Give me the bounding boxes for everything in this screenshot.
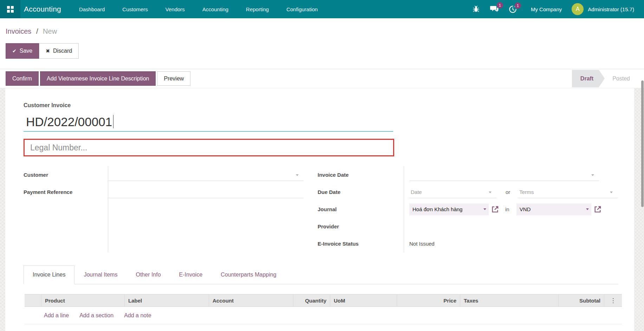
chevron-down-icon[interactable] xyxy=(489,192,492,193)
apps-menu-button[interactable] xyxy=(0,0,20,18)
left-field-group: Customer Payment Reference xyxy=(24,166,304,252)
provider-label: Provider xyxy=(318,223,339,229)
messages-button[interactable]: 1 xyxy=(490,5,499,13)
tab-journal-items[interactable]: Journal Items xyxy=(74,265,126,284)
due-date-placeholder: Date xyxy=(411,189,422,195)
column-quantity: Quantity xyxy=(293,294,330,306)
main-menu: Dashboard Customers Vendors Accounting R… xyxy=(70,0,326,18)
form-sheet: Customer Invoice HD/2022/00001 Customer … xyxy=(5,88,634,331)
payment-terms-input[interactable]: Terms xyxy=(518,186,618,198)
field-area: Customer Payment Reference xyxy=(24,166,618,252)
chevron-down-icon[interactable] xyxy=(296,174,299,176)
activities-badge: 1 xyxy=(515,2,521,9)
menu-reporting[interactable]: Reporting xyxy=(237,0,278,18)
terms-placeholder: Terms xyxy=(519,189,534,195)
add-vietnamese-description-button[interactable]: Add Vietnamese Invoice Line Description xyxy=(40,71,156,86)
debug-menu-button[interactable] xyxy=(472,5,480,13)
add-a-note-link[interactable]: Add a note xyxy=(124,312,151,319)
journal-select[interactable]: Hoá đơn Khách hàng xyxy=(409,203,489,215)
legal-number-input[interactable] xyxy=(25,140,393,155)
check-icon: ✔ xyxy=(12,48,17,54)
apps-grid-icon xyxy=(7,6,14,13)
chevron-down-icon xyxy=(483,208,486,210)
optional-columns-icon[interactable]: ⋮ xyxy=(610,297,616,304)
handle-column-header xyxy=(25,294,41,306)
doc-type-label: Customer Invoice xyxy=(24,102,618,109)
add-a-section-link[interactable]: Add a section xyxy=(79,312,113,319)
breadcrumb: Invoices / New xyxy=(6,27,644,35)
nav-right-cluster: 1 1 My Company A Administrator (15.7) xyxy=(467,0,644,18)
menu-customers[interactable]: Customers xyxy=(113,0,157,18)
payment-reference-label: Payment Reference xyxy=(24,189,72,195)
confirm-button[interactable]: Confirm xyxy=(6,71,39,86)
column-taxes: Taxes xyxy=(460,294,559,306)
legal-number-highlight-box xyxy=(24,139,394,156)
discard-button[interactable]: ✖ Discard xyxy=(39,43,79,59)
due-date-label: Due Date xyxy=(318,189,340,195)
journal-label: Journal xyxy=(318,206,337,212)
or-text: or xyxy=(506,189,510,195)
breadcrumb-separator: / xyxy=(36,27,38,35)
einvoice-status-label: E-Invoice Status xyxy=(318,241,359,247)
table-header-row: Product Label Account Quantity UoM Price… xyxy=(25,294,622,307)
app-title[interactable]: Accounting xyxy=(20,0,70,18)
cross-icon: ✖ xyxy=(46,48,50,54)
menu-accounting[interactable]: Accounting xyxy=(194,0,237,18)
document-number-field[interactable]: HD/2022/00001 xyxy=(24,114,393,132)
avatar: A xyxy=(572,3,584,15)
menu-dashboard[interactable]: Dashboard xyxy=(70,0,113,18)
vertical-scrollbar-thumb[interactable] xyxy=(641,80,644,207)
external-link-icon xyxy=(491,206,499,213)
invoice-date-input[interactable] xyxy=(409,169,599,181)
currency-value: VND xyxy=(520,206,531,212)
journal-external-link-button[interactable] xyxy=(491,206,499,213)
state-pipeline: Draft Posted xyxy=(572,70,644,87)
content-area: Customer Invoice HD/2022/00001 Customer … xyxy=(0,88,644,331)
currency-external-link-button[interactable] xyxy=(594,206,601,213)
column-label: Label xyxy=(125,294,209,306)
header-buttons: ✔ Save ✖ Discard xyxy=(6,43,644,59)
company-switcher[interactable]: My Company xyxy=(531,6,562,12)
menu-configuration[interactable]: Configuration xyxy=(278,0,326,18)
tab-e-invoice[interactable]: E-Invoice xyxy=(170,265,212,284)
right-field-group: Invoice Date Due Date Journal Provider E… xyxy=(318,166,618,252)
invoice-date-label: Invoice Date xyxy=(318,172,349,178)
tab-other-info[interactable]: Other Info xyxy=(126,265,170,284)
chevron-down-icon[interactable] xyxy=(610,192,613,193)
currency-select[interactable]: VND xyxy=(516,203,591,215)
add-a-line-link[interactable]: Add a line xyxy=(44,312,69,319)
activities-button[interactable]: 1 xyxy=(509,5,517,13)
control-panel: Invoices / New ✔ Save ✖ Discard xyxy=(0,18,644,69)
messages-badge: 1 xyxy=(497,2,503,8)
einvoice-status-value: Not Issued xyxy=(409,241,435,247)
column-uom: UoM xyxy=(330,294,397,306)
user-name: Administrator (15.7) xyxy=(588,6,634,12)
state-draft[interactable]: Draft xyxy=(572,70,605,87)
text-cursor xyxy=(113,115,113,128)
breadcrumb-invoices-link[interactable]: Invoices xyxy=(6,27,31,35)
document-number: HD/2022/00001 xyxy=(26,115,112,129)
column-product: Product xyxy=(41,294,125,306)
state-posted[interactable]: Posted xyxy=(605,70,640,87)
column-account: Account xyxy=(209,294,293,306)
in-text: in xyxy=(505,206,509,212)
preview-button[interactable]: Preview xyxy=(157,71,190,86)
bug-icon xyxy=(472,5,480,13)
notebook-tabs: Invoice Lines Journal Items Other Info E… xyxy=(24,265,618,284)
customer-label: Customer xyxy=(24,172,48,178)
menu-vendors[interactable]: Vendors xyxy=(157,0,194,18)
column-subtotal: Subtotal xyxy=(559,294,604,306)
tab-invoice-lines[interactable]: Invoice Lines xyxy=(24,265,74,284)
payment-reference-input[interactable] xyxy=(108,186,304,198)
chevron-down-icon[interactable] xyxy=(591,174,594,176)
save-button[interactable]: ✔ Save xyxy=(6,43,39,59)
user-menu[interactable]: A Administrator (15.7) xyxy=(572,3,634,15)
discard-label: Discard xyxy=(53,48,72,54)
provider-field[interactable] xyxy=(409,218,618,235)
due-date-input[interactable]: Date xyxy=(409,186,496,198)
customer-input[interactable] xyxy=(108,169,304,181)
breadcrumb-current: New xyxy=(43,27,57,35)
form-statusbar: Confirm Add Vietnamese Invoice Line Desc… xyxy=(0,69,644,88)
column-price: Price xyxy=(397,294,460,306)
tab-counterparts-mapping[interactable]: Counterparts Mapping xyxy=(212,265,285,284)
